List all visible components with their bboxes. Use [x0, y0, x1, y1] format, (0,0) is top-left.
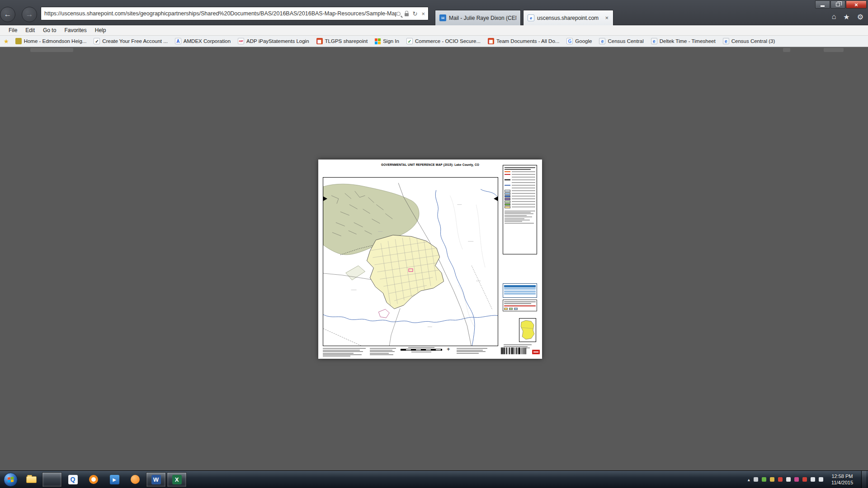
orange-ring-app-icon	[89, 475, 98, 484]
favorite-item[interactable]: ▦Team Documents - All Do...	[484, 36, 563, 47]
menu-item-help[interactable]: Help	[91, 26, 110, 35]
search-icon[interactable]	[396, 12, 401, 16]
volume-icon[interactable]	[819, 477, 823, 482]
refresh-icon[interactable]: ↻	[413, 10, 418, 17]
excel-icon[interactable]: X	[167, 472, 187, 487]
favorite-label: Home - Edmondson Heig...	[24, 38, 87, 44]
ie-document-favicon: e	[599, 38, 605, 44]
favorite-item[interactable]: eCensus Central (3)	[719, 36, 779, 47]
legend-swatch	[505, 190, 510, 192]
taskbar: Q▶WX ▴ 12:58 PM 11/4/2015	[0, 470, 868, 488]
note-box	[503, 300, 537, 311]
system-tray: ▴ 12:58 PM 11/4/2015	[748, 471, 868, 488]
tray-app-icon[interactable]	[794, 477, 799, 482]
orange-ring-app-icon[interactable]	[84, 472, 104, 487]
legend-swatch	[505, 177, 510, 178]
network-icon[interactable]	[811, 477, 815, 482]
menu-item-go-to[interactable]: Go to	[39, 26, 60, 35]
forward-button[interactable]: →	[22, 7, 37, 22]
sharepoint-site-favicon: e	[528, 14, 534, 21]
close-button[interactable]: ×	[846, 0, 867, 9]
footer-notes	[370, 347, 396, 356]
menu-item-file[interactable]: File	[5, 26, 21, 35]
word-icon[interactable]: W	[146, 472, 166, 487]
legend-header	[505, 167, 535, 170]
taskbar-clock[interactable]: 12:58 PM 11/4/2015	[831, 473, 853, 486]
windows-flag-icon	[8, 477, 14, 482]
legend-swatch	[505, 192, 510, 195]
legend-label	[512, 188, 535, 188]
tab-sharepoint[interactable]: e uscensus.sharepoint.com ×	[523, 10, 613, 25]
tray-app-icon[interactable]	[802, 477, 807, 482]
google-favicon: G	[566, 38, 573, 44]
legend-label	[512, 201, 535, 202]
hidden-icons-arrow[interactable]: ▴	[748, 477, 750, 482]
legend-label	[512, 185, 535, 186]
legend-swatch	[505, 188, 510, 188]
favorite-item[interactable]: ✓Create Your Free Account ...	[90, 36, 171, 47]
symbol-chips	[504, 308, 536, 310]
map-document-page[interactable]: GOVERNMENTAL UNIT REFERENCE MAP (2015): …	[318, 160, 542, 359]
tray-shield-icon[interactable]	[770, 477, 774, 482]
tray-app-icon[interactable]	[786, 477, 791, 482]
legend-notes	[505, 210, 535, 224]
favorite-item[interactable]: AAMDEX Corporation	[171, 36, 234, 47]
tab-mail[interactable]: ✉ Mail - Julie Raye Dixon (CENS...	[435, 10, 521, 25]
tab-label: uscensus.sharepoint.com	[537, 15, 602, 21]
tray-app-icon[interactable]	[762, 477, 766, 482]
menu-item-edit[interactable]: Edit	[21, 26, 39, 35]
favorites-bar-star-icon[interactable]: ★	[4, 38, 9, 45]
internet-explorer-icon[interactable]	[42, 472, 62, 487]
address-bar[interactable]: https://uscensus.sharepoint.com/sites/ge…	[41, 7, 429, 20]
north-cross-icon: +	[447, 346, 450, 352]
legend-row	[505, 206, 535, 208]
menu-item-favorites[interactable]: Favorites	[60, 26, 90, 35]
q-app-icon[interactable]: Q	[63, 472, 83, 487]
favorite-label: Create Your Free Account ...	[102, 38, 167, 44]
legend-swatch	[505, 195, 510, 197]
tab-close-icon[interactable]: ×	[604, 14, 609, 21]
legend-label	[512, 182, 535, 183]
footer-warning-text	[457, 347, 487, 354]
favorite-item[interactable]: ✓Commerce - OCIO Secure...	[403, 36, 484, 47]
legend-swatch	[505, 206, 510, 208]
stop-icon[interactable]: ×	[421, 10, 425, 17]
tray-app-icon[interactable]	[778, 477, 783, 482]
media-player-app-icon[interactable]: ▶	[104, 472, 124, 487]
minimize-button[interactable]	[815, 0, 830, 9]
favorite-label: Sign In	[383, 38, 399, 44]
legend-label	[512, 179, 535, 180]
legend-label	[512, 171, 535, 172]
ie-document-favicon: e	[651, 38, 657, 44]
orange-circle-app-icon	[131, 475, 140, 484]
restore-icon	[836, 3, 840, 6]
favorite-item[interactable]: ▦TLGPS sharepoint	[313, 36, 372, 47]
word-icon: W	[151, 475, 161, 484]
legend-label	[512, 177, 535, 178]
start-button[interactable]	[4, 473, 18, 487]
legend-swatch	[505, 182, 510, 183]
favorite-item[interactable]: Sign In	[371, 36, 403, 47]
favorite-label: Team Documents - All Do...	[496, 38, 559, 44]
tray-app-icon[interactable]	[754, 477, 758, 482]
favorite-item[interactable]: GGoogle	[563, 36, 595, 47]
restore-button[interactable]	[830, 0, 845, 9]
scale-bar	[400, 347, 443, 353]
favorite-item[interactable]: eCensus Central	[595, 36, 647, 47]
file-explorer-icon[interactable]	[21, 472, 41, 487]
favorites-star-icon[interactable]: ★	[843, 13, 849, 21]
excel-icon: X	[172, 475, 182, 484]
file-explorer-icon	[26, 476, 37, 483]
back-button[interactable]: ←	[0, 7, 15, 22]
favorite-item[interactable]: Home - Edmondson Heig...	[12, 36, 90, 47]
show-desktop-button[interactable]	[861, 471, 866, 488]
settings-gear-icon[interactable]: ⚙	[857, 13, 863, 21]
entity-table	[503, 283, 537, 298]
favorite-item[interactable]: eDeltek Time - Timesheet	[647, 36, 719, 47]
legend-label	[512, 198, 535, 199]
sharepoint-favicon: ▦	[316, 38, 323, 44]
orange-circle-app-icon[interactable]	[125, 472, 145, 487]
favorite-item[interactable]: ADPADP iPayStatements Login	[234, 36, 313, 47]
map-legend	[503, 165, 537, 254]
home-icon[interactable]: ⌂	[832, 13, 836, 21]
